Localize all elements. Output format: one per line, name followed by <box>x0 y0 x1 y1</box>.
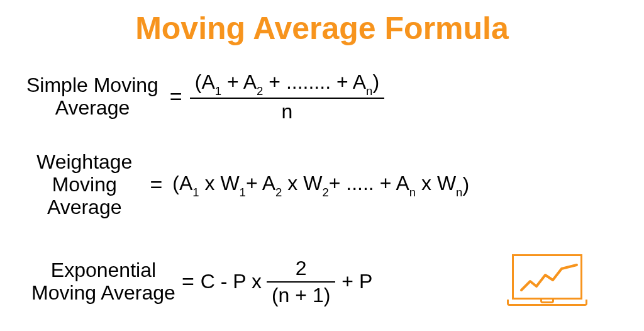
wma-label-l2: Moving <box>52 173 117 196</box>
sma-label-l1: Simple Moving <box>26 74 158 96</box>
wma-label-l3: Average <box>47 196 122 218</box>
ema-formula: C - P x 2 (n + 1) + P <box>201 257 373 307</box>
laptop-screen <box>512 254 582 300</box>
sma-row: Simple Moving Average = (A1 + A2 + .....… <box>26 70 382 123</box>
laptop-chart-icon <box>507 254 587 311</box>
ema-fraction: 2 (n + 1) <box>269 257 333 307</box>
ema-lhs: C - P x <box>201 270 262 293</box>
ema-row: Exponential Moving Average = C - P x 2 (… <box>31 257 372 307</box>
wma-equals: = <box>150 172 162 197</box>
sma-fraction: (A1 + A2 + ........ + An) n <box>192 70 382 123</box>
ema-label-l2: Moving Average <box>31 281 175 304</box>
trend-line-icon <box>519 260 582 296</box>
laptop-base <box>507 300 587 306</box>
sma-label: Simple Moving Average <box>26 74 158 120</box>
sma-equals: = <box>170 84 182 109</box>
ema-equals: = <box>182 269 194 294</box>
page: Moving Average Formula Simple Moving Ave… <box>0 0 644 331</box>
wma-row: Weightage Moving Average = (A1 x W1 + A2… <box>36 151 469 218</box>
ema-den: (n + 1) <box>267 281 335 307</box>
sma-label-l2: Average <box>55 96 130 119</box>
ema-label-l1: Exponential <box>51 259 156 281</box>
wma-label-l1: Weightage <box>36 150 132 173</box>
sma-numerator: (A1 + A2 + ........ + An) <box>192 70 382 98</box>
sma-formula: (A1 + A2 + ........ + An) n <box>192 70 382 123</box>
wma-formula: (A1 x W1 + A2 x W2 + ..... + An x Wn) <box>172 172 469 198</box>
ema-num: 2 <box>293 257 309 281</box>
page-title: Moving Average Formula <box>0 10 644 47</box>
wma-label: Weightage Moving Average <box>36 151 132 218</box>
sma-denominator: n <box>190 98 384 123</box>
ema-rhs: + P <box>341 270 372 293</box>
ema-label: Exponential Moving Average <box>31 259 175 305</box>
